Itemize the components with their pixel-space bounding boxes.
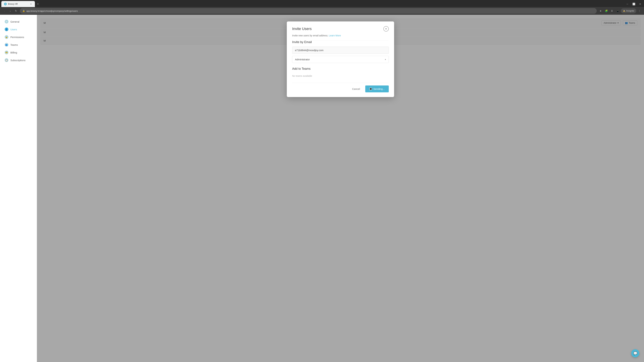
chat-icon: 💬 — [633, 351, 638, 355]
nav-buttons: ‹ › ↻ — [2, 8, 18, 13]
role-select-arrow: ▾ — [385, 58, 386, 61]
general-icon: ⚙ — [5, 20, 8, 23]
modal-footer: Cancel ⬛ Sending... — [287, 83, 394, 97]
browser-chrome: B Breezy HR ✕ + ─ ⬜ ✕ ‹ › ↻ 🔒 app.breezy… — [0, 0, 644, 15]
active-tab[interactable]: B Breezy HR ✕ — [1, 1, 35, 7]
incognito-icon: 🕵 — [623, 10, 626, 12]
add-to-teams-section: Add to Teams No teams available — [292, 67, 389, 79]
sidebar-item-subscriptions[interactable]: 📋 Subscriptions — [1, 57, 36, 64]
close-icon: ✕ — [385, 27, 387, 30]
billing-icon: 💳 — [5, 51, 8, 54]
role-select-dropdown[interactable]: Administrator ▾ — [292, 56, 389, 63]
invite-by-email-title: Invite by Email — [292, 40, 389, 44]
subscriptions-icon: 📋 — [5, 58, 8, 62]
sidebar-item-label-teams: Teams — [10, 43, 18, 46]
sidebar-item-users[interactable]: 👤 Users — [1, 26, 36, 33]
sending-spinner: ⬛ — [369, 88, 372, 90]
modal-close-button[interactable]: ✕ — [384, 26, 389, 31]
extensions-button[interactable]: 🧩 — [604, 8, 609, 13]
browser-tab-bar: B Breezy HR ✕ + ─ ⬜ ✕ — [0, 0, 644, 7]
address-bar[interactable]: 🔒 app.breezy.hr/app/c/moodjoy/company/se… — [20, 8, 597, 14]
reload-button[interactable]: ↻ — [14, 8, 18, 13]
maximize-button[interactable]: ⬜ — [631, 1, 636, 6]
sidebar-item-general[interactable]: ⚙ General — [1, 18, 36, 25]
invite-users-modal: Invite Users ✕ Invite new users by email… — [287, 21, 394, 97]
tab-label: Breezy HR — [8, 3, 28, 5]
sending-button[interactable]: ⬛ Sending... — [365, 85, 389, 92]
modal-overlay: Invite Users ✕ Invite new users by email… — [37, 15, 644, 362]
users-icon: 👤 — [5, 27, 8, 31]
browser-toolbar: ‹ › ↻ 🔒 app.breezy.hr/app/c/moodjoy/comp… — [0, 7, 644, 15]
forward-button[interactable]: › — [8, 8, 13, 13]
browser-actions: ★ 🧩 ⬇ 📱 🕵 Incognito ⋮ — [598, 8, 642, 13]
sending-label: Sending... — [373, 87, 385, 90]
subtitle-text: Invite new users by email address. — [292, 34, 328, 37]
email-display: e71b9844@moodjoy.com — [292, 46, 389, 54]
close-window-button[interactable]: ✕ — [638, 1, 643, 6]
no-teams-text: No teams available — [292, 73, 389, 79]
sidebar-item-teams[interactable]: 👥 Teams — [1, 41, 36, 48]
tab-close-button[interactable]: ✕ — [30, 3, 32, 5]
chat-button[interactable]: 💬 — [631, 349, 639, 357]
sidebar-item-label-subscriptions: Subscriptions — [10, 59, 26, 62]
new-tab-button[interactable]: + — [36, 2, 40, 6]
sidebar-item-permissions[interactable]: 🔒 Permissions — [1, 33, 36, 40]
device-toolbar-button[interactable]: 📱 — [615, 8, 620, 13]
bookmark-button[interactable]: ★ — [598, 8, 603, 13]
download-button[interactable]: ⬇ — [610, 8, 614, 13]
minimize-button[interactable]: ─ — [625, 1, 630, 6]
cancel-button[interactable]: Cancel — [350, 86, 363, 92]
add-to-teams-title: Add to Teams — [292, 67, 389, 70]
role-select-value: Administrator — [295, 58, 310, 61]
tab-list: B Breezy HR ✕ — [1, 1, 35, 7]
tab-favicon: B — [4, 3, 7, 5]
sidebar-item-label-users: Users — [10, 28, 17, 31]
menu-button[interactable]: ⋮ — [637, 8, 642, 13]
teams-icon: 👥 — [5, 43, 8, 46]
address-bar-url: app.breezy.hr/app/c/moodjoy/company/sett… — [26, 10, 78, 12]
sidebar: ⚙ General 👤 Users 🔒 Permissions 👥 Teams … — [0, 15, 37, 362]
sidebar-item-billing[interactable]: 💳 Billing — [1, 49, 36, 56]
permissions-icon: 🔒 — [5, 35, 8, 39]
main-area: M Administrator ▾ 👥 Teams M M — [37, 15, 644, 362]
secure-icon: 🔒 — [22, 10, 25, 12]
incognito-label: Incognito — [626, 10, 634, 12]
modal-subtitle: Invite new users by email address. Learn… — [287, 34, 394, 40]
modal-title: Invite Users — [292, 27, 312, 31]
page-content: ⚙ General 👤 Users 🔒 Permissions 👥 Teams … — [0, 15, 644, 362]
learn-more-link[interactable]: Learn More — [329, 34, 341, 37]
modal-body: Invite by Email e71b9844@moodjoy.com Adm… — [287, 40, 394, 83]
sidebar-item-label-general: General — [10, 20, 19, 23]
incognito-badge: 🕵 Incognito — [621, 8, 636, 13]
window-controls: ─ ⬜ ✕ — [625, 1, 643, 6]
modal-header: Invite Users ✕ — [287, 21, 394, 34]
back-button[interactable]: ‹ — [2, 8, 7, 13]
sidebar-item-label-permissions: Permissions — [10, 36, 24, 38]
sidebar-item-label-billing: Billing — [10, 51, 17, 54]
